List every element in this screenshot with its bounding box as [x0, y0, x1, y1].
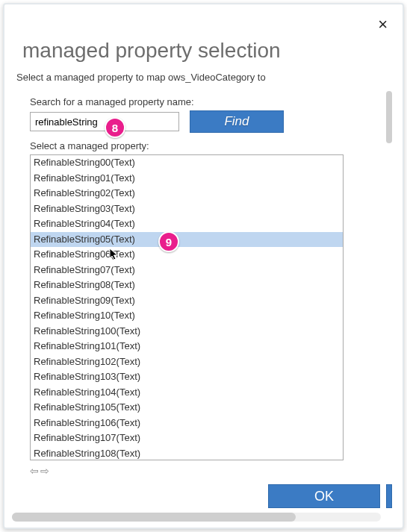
list-item[interactable]: RefinableString04(Text) [31, 216, 343, 232]
find-button[interactable]: Find [190, 110, 284, 133]
footer-row: OK [268, 484, 392, 508]
list-item[interactable]: RefinableString108(Text) [31, 446, 343, 461]
annotation-badge-9: 9 [158, 231, 179, 252]
close-icon[interactable]: × [378, 16, 388, 33]
list-item[interactable]: RefinableString03(Text) [31, 201, 343, 217]
list-item[interactable]: RefinableString101(Text) [31, 339, 343, 354]
property-listbox[interactable]: RefinableString00(Text)RefinableString01… [30, 154, 344, 460]
horizontal-scrollbar-thumb[interactable] [12, 513, 296, 522]
list-item[interactable]: RefinableString02(Text) [31, 186, 343, 201]
dialog-title: managed property selection [22, 39, 385, 63]
list-item[interactable]: RefinableString100(Text) [31, 324, 343, 339]
nav-arrows: ⇦ ⇨ [30, 465, 385, 477]
ok-button[interactable]: OK [268, 484, 380, 508]
cancel-button-partial[interactable] [386, 484, 392, 508]
list-item[interactable]: RefinableString106(Text) [31, 416, 343, 431]
horizontal-scrollbar[interactable] [12, 513, 381, 522]
list-item[interactable]: RefinableString06(Text) [31, 247, 343, 263]
vertical-scrollbar-thumb[interactable] [386, 91, 392, 143]
listbox-label: Select a managed property: [30, 140, 385, 151]
list-item[interactable]: RefinableString00(Text) [31, 155, 343, 171]
list-item[interactable]: RefinableString05(Text) [31, 232, 343, 248]
next-arrow-icon[interactable]: ⇨ [40, 465, 49, 477]
list-item[interactable]: RefinableString10(Text) [31, 308, 343, 324]
list-item[interactable]: RefinableString102(Text) [31, 354, 343, 370]
annotation-badge-8: 8 [105, 117, 125, 138]
search-row: Find [30, 110, 385, 133]
list-item[interactable]: RefinableString09(Text) [31, 293, 343, 309]
dialog: × managed property selection Select a ma… [3, 3, 404, 529]
list-item[interactable]: RefinableString01(Text) [31, 171, 343, 187]
list-item[interactable]: RefinableString07(Text) [31, 263, 343, 278]
dialog-subtitle: Select a managed property to map ows_Vid… [16, 72, 385, 83]
list-item[interactable]: RefinableString105(Text) [31, 400, 343, 416]
prev-arrow-icon[interactable]: ⇦ [30, 465, 39, 477]
search-label: Search for a managed property name: [30, 96, 385, 107]
dialog-inner: × managed property selection Select a ma… [4, 4, 403, 528]
list-item[interactable]: RefinableString107(Text) [31, 431, 343, 446]
list-item[interactable]: RefinableString103(Text) [31, 369, 343, 385]
list-item[interactable]: RefinableString08(Text) [31, 278, 343, 293]
list-item[interactable]: RefinableString104(Text) [31, 385, 343, 401]
